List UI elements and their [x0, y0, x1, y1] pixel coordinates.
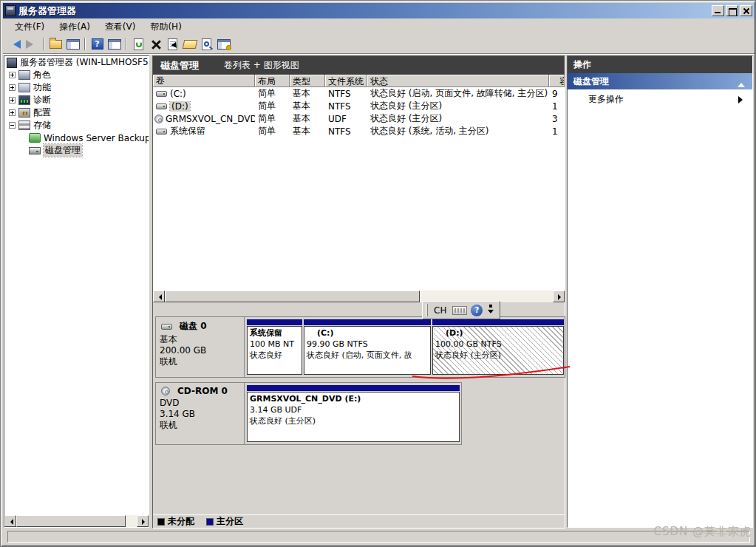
partition-e-dvd[interactable]: GRMSXVOL_CN_DVD (E:) 3.14 GB UDF 状态良好 (主…	[247, 385, 460, 442]
tree-item-configuration[interactable]: 配置	[4, 106, 149, 119]
column-status[interactable]: 状态	[367, 75, 549, 87]
tree-horizontal-scrollbar[interactable]	[4, 515, 149, 527]
scroll-left-button[interactable]	[4, 515, 16, 527]
column-volume[interactable]: 卷	[153, 75, 255, 87]
minimize-button[interactable]	[712, 5, 724, 16]
open-button[interactable]	[181, 36, 198, 52]
tree-item-windows-server-backup[interactable]: Windows Server Backup	[4, 132, 149, 144]
disk-0-label[interactable]: 磁盘 0 基本 200.00 GB 联机	[156, 317, 245, 377]
partition-system-reserved[interactable]: 系统保留 100 MB NT 状态良好	[247, 319, 302, 375]
legend-unallocated: 未分配	[157, 515, 194, 528]
more-actions-label: 更多操作	[588, 93, 624, 106]
partition-status: 状态良好 (主分区)	[250, 415, 457, 427]
language-bar-grip[interactable]	[426, 304, 428, 316]
tree-item-features[interactable]: 功能	[4, 81, 149, 94]
backup-icon	[29, 133, 41, 143]
partition-size: 3.14 GB UDF	[250, 404, 457, 415]
keyboard-icon[interactable]	[452, 306, 467, 315]
volume-capacity: 3	[549, 114, 565, 124]
volume-list: 卷 布局 类型 文件系统 状态 容 (C:) 简单 基本 NTFS 状态良好 (…	[153, 75, 565, 291]
configuration-icon	[18, 108, 30, 118]
titlebar[interactable]: 服务器管理器	[3, 3, 755, 18]
export-list-button[interactable]	[215, 36, 232, 52]
cdrom-0-partitions: GRMSXVOL_CN_DVD (E:) 3.14 GB UDF 状态良好 (主…	[245, 383, 462, 444]
scrollbar-thumb[interactable]	[165, 291, 420, 302]
collapse-section-icon[interactable]	[738, 79, 745, 87]
tree-root-server-manager[interactable]: 服务器管理器 (WIN-LLMHOSF573	[4, 56, 149, 69]
column-filesystem[interactable]: 文件系统	[325, 75, 367, 87]
volume-status: 状态良好 (启动, 页面文件, 故障转储, 主分区)	[367, 87, 549, 100]
volume-layout: 简单	[255, 112, 290, 125]
column-type[interactable]: 类型	[290, 75, 325, 87]
delete-button[interactable]	[147, 36, 164, 52]
scroll-right-button[interactable]	[553, 291, 565, 302]
close-button[interactable]	[740, 5, 752, 16]
disk-management-panel: 磁盘管理 卷列表 + 图形视图 卷 布局 类型 文件系统 状态 容 (C:) 简…	[152, 55, 565, 529]
volume-list-horizontal-scrollbar[interactable]	[153, 291, 565, 302]
console-window-icon	[217, 39, 231, 50]
show-action-pane-button[interactable]	[106, 36, 123, 52]
back-button[interactable]	[6, 36, 23, 52]
language-bar-options[interactable]	[486, 305, 495, 316]
volume-row-d-selected[interactable]: (D:) 简单 基本 NTFS 状态良好 (主分区) 1	[153, 100, 565, 112]
volume-row-c[interactable]: (C:) 简单 基本 NTFS 状态良好 (启动, 页面文件, 故障转储, 主分…	[153, 87, 565, 100]
forward-button[interactable]	[23, 36, 40, 52]
language-help-icon[interactable]: ?	[471, 305, 483, 316]
tree-item-disk-management[interactable]: 磁盘管理	[4, 144, 149, 157]
help-button[interactable]: ?	[89, 36, 106, 52]
expand-icon[interactable]	[9, 84, 16, 91]
disk-icon	[29, 147, 41, 154]
menu-file[interactable]: 文件(F)	[7, 19, 52, 35]
delete-icon	[151, 39, 161, 50]
expand-icon[interactable]	[9, 72, 16, 78]
tree-item-roles[interactable]: 角色	[4, 69, 149, 81]
primary-partition-color-swatch	[206, 518, 214, 526]
show-console-tree-button[interactable]	[64, 36, 81, 52]
actions-section-disk-management[interactable]: 磁盘管理	[568, 73, 752, 89]
volume-filesystem: NTFS	[325, 101, 367, 112]
expand-icon[interactable]	[9, 109, 16, 116]
tree-item-label: Windows Server Backup	[44, 133, 149, 143]
window-title: 服务器管理器	[18, 4, 76, 18]
magnifier-icon	[204, 41, 209, 47]
collapse-icon[interactable]	[9, 122, 16, 129]
properties-button[interactable]	[164, 36, 181, 52]
language-button[interactable]: CH	[432, 305, 449, 316]
more-actions-item[interactable]: 更多操作	[568, 89, 752, 109]
refresh-button[interactable]	[130, 36, 147, 52]
up-level-button[interactable]	[47, 36, 64, 52]
features-icon	[18, 83, 30, 92]
toolbar-separator	[43, 38, 44, 50]
volume-row-system-reserved[interactable]: 系统保留 简单 基本 NTFS 状态良好 (系统, 活动, 主分区) 1	[153, 125, 565, 137]
scrollbar-thumb[interactable]	[16, 515, 126, 527]
menu-action[interactable]: 操作(A)	[52, 19, 98, 35]
server-manager-icon	[5, 5, 16, 16]
expand-icon[interactable]	[9, 97, 16, 103]
volume-name: (C:)	[170, 89, 186, 99]
tree-item-diagnostics[interactable]: 诊断	[4, 94, 149, 106]
scroll-right-button[interactable]	[137, 515, 149, 527]
drive-icon	[161, 324, 172, 330]
console-window-icon	[108, 39, 121, 50]
tree-item-label-selected: 磁盘管理	[44, 144, 82, 157]
column-layout[interactable]: 布局	[255, 75, 290, 87]
volume-capacity: 1	[549, 126, 565, 137]
cdrom-0-label[interactable]: CD-ROM 0 DVD 3.14 GB 联机	[156, 383, 245, 444]
menu-help[interactable]: 帮助(H)	[143, 19, 188, 35]
cd-icon	[154, 115, 163, 123]
roles-icon	[18, 70, 30, 80]
partition-status: 状态良好	[250, 350, 299, 361]
find-button[interactable]	[198, 36, 215, 52]
partition-legend: 未分配 主分区	[153, 514, 565, 528]
column-capacity[interactable]: 容	[549, 75, 565, 87]
volume-name: GRMSXVOL_CN_DVD (E:)	[166, 114, 255, 124]
volume-capacity: 1	[549, 101, 565, 112]
tree-item-storage[interactable]: 存储	[4, 119, 149, 132]
drive-icon	[156, 91, 167, 97]
actions-header: 操作	[568, 56, 752, 73]
maximize-button[interactable]	[726, 5, 738, 16]
volume-row-e[interactable]: GRMSXVOL_CN_DVD (E:) 简单 基本 UDF 状态良好 (主分区…	[153, 112, 565, 125]
tree-root-label: 服务器管理器 (WIN-LLMHOSF573	[20, 56, 149, 69]
menu-view[interactable]: 查看(V)	[98, 19, 143, 35]
scroll-left-button[interactable]	[153, 291, 165, 302]
